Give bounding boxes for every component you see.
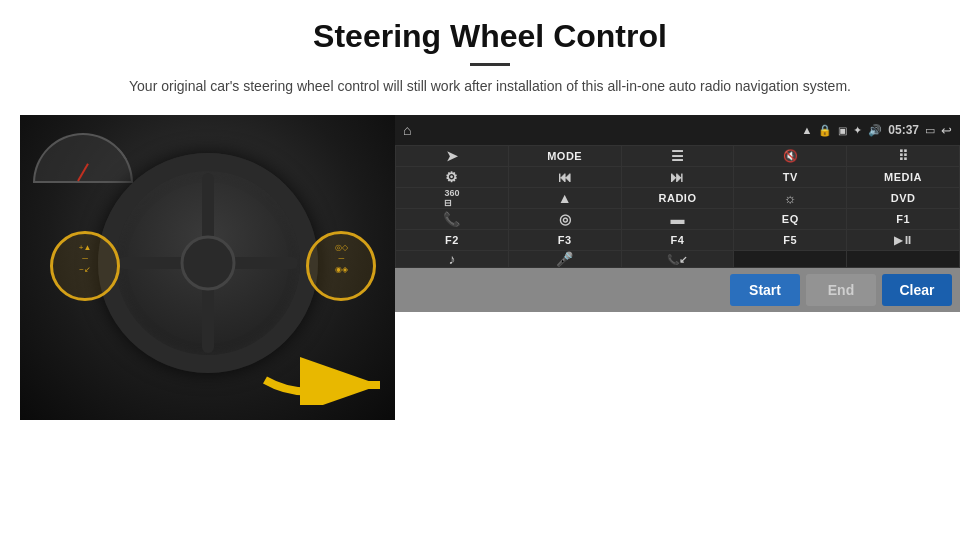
arrow-svg	[260, 350, 390, 405]
start-button[interactable]: Start	[730, 274, 800, 306]
grid-cell-compass[interactable]: ◎	[509, 209, 621, 229]
grid-cell-screen[interactable]: ▬	[622, 209, 734, 229]
f2-label: F2	[445, 234, 459, 246]
list-icon: ☰	[671, 148, 684, 164]
grid-cell-mute[interactable]: 🔇	[734, 146, 846, 166]
right-control-circle: ◎◇─◉◈	[306, 231, 376, 301]
grid-cell-f4[interactable]: F4	[622, 230, 734, 250]
settings-icon: ⚙	[445, 169, 458, 185]
screen-rect-icon: ▬	[670, 211, 684, 227]
status-left: ⌂	[403, 122, 411, 138]
next-icon: ⏭	[670, 169, 684, 185]
grid-cell-f1[interactable]: F1	[847, 209, 959, 229]
wifi-icon: ▲	[801, 124, 812, 136]
grid-cell-eject[interactable]: ▲	[509, 188, 621, 208]
page-container: Steering Wheel Control Your original car…	[0, 0, 980, 544]
content-area: +▲─−↙ ◎◇─◉◈	[0, 105, 980, 544]
grid-cell-prev[interactable]: ⏮	[509, 167, 621, 187]
f5-label: F5	[783, 234, 797, 246]
status-right: ▲ 🔒 ▣ ✦ 🔊 05:37 ▭ ↩	[801, 123, 952, 138]
back-icon[interactable]: ↩	[941, 123, 952, 138]
grid-cell-mic[interactable]: 🎤	[509, 251, 621, 267]
home-icon[interactable]: ⌂	[403, 122, 411, 138]
phone-icon: 📞	[443, 211, 460, 227]
android-panel: ⌂ ▲ 🔒 ▣ ✦ 🔊 05:37 ▭ ↩ ➤	[395, 115, 960, 312]
grid-cell-settings[interactable]: ⚙	[396, 167, 508, 187]
grid-cell-playpause[interactable]: ▶⏸	[847, 230, 959, 250]
tv-label: TV	[783, 171, 798, 183]
grid-cell-radio[interactable]: RADIO	[622, 188, 734, 208]
page-subtitle: Your original car's steering wheel contr…	[90, 76, 890, 97]
grid-cell-nav[interactable]: ➤	[396, 146, 508, 166]
screen-icon: ▭	[925, 124, 935, 137]
grid-cell-dvd[interactable]: DVD	[847, 188, 959, 208]
android-status-bar: ⌂ ▲ 🔒 ▣ ✦ 🔊 05:37 ▭ ↩	[395, 115, 960, 145]
end-button[interactable]: End	[806, 274, 876, 306]
grid-cell-f3[interactable]: F3	[509, 230, 621, 250]
brightness-icon: ☼	[784, 190, 797, 206]
grid-cell-call[interactable]: 📞↙	[622, 251, 734, 267]
nav-icon: ➤	[446, 148, 458, 164]
vol-icon: 🔊	[868, 124, 882, 137]
f4-label: F4	[671, 234, 685, 246]
left-control-circle: +▲─−↙	[50, 231, 120, 301]
title-divider	[470, 63, 510, 66]
mute-icon: 🔇	[783, 149, 798, 163]
grid-cell-apps[interactable]: ⠿	[847, 146, 959, 166]
compass-icon: ◎	[559, 211, 571, 227]
media-label: MEDIA	[884, 171, 922, 183]
mode-label: MODE	[547, 150, 582, 162]
grid-cell-next[interactable]: ⏭	[622, 167, 734, 187]
grid-cell-brightness[interactable]: ☼	[734, 188, 846, 208]
f1-label: F1	[896, 213, 910, 225]
grid-cell-empty2	[847, 251, 959, 267]
grid-cell-eq[interactable]: EQ	[734, 209, 846, 229]
eject-icon: ▲	[558, 190, 572, 206]
page-title: Steering Wheel Control	[60, 18, 920, 55]
android-grid: ➤ MODE ☰ 🔇 ⠿ ⚙ ⏮	[395, 145, 960, 268]
lock-icon: 🔒	[818, 124, 832, 137]
grid-cell-f5[interactable]: F5	[734, 230, 846, 250]
grid-cell-360[interactable]: 360⊟	[396, 188, 508, 208]
status-time: 05:37	[888, 123, 919, 137]
radio-label: RADIO	[659, 192, 697, 204]
bottom-bar: Start End Clear	[395, 268, 960, 312]
prev-icon: ⏮	[558, 169, 572, 185]
grid-cell-mode[interactable]: MODE	[509, 146, 621, 166]
apps-icon: ⠿	[898, 148, 908, 164]
eq-label: EQ	[782, 213, 799, 225]
grid-cell-tv[interactable]: TV	[734, 167, 846, 187]
mic-icon: 🎤	[556, 251, 573, 267]
grid-cell-phone[interactable]: 📞	[396, 209, 508, 229]
play-pause-icon: ▶⏸	[894, 234, 913, 247]
dvd-label: DVD	[891, 192, 916, 204]
header-section: Steering Wheel Control Your original car…	[0, 0, 980, 105]
grid-cell-music[interactable]: ♪	[396, 251, 508, 267]
grid-cell-empty1	[734, 251, 846, 267]
call-icon: 📞↙	[667, 254, 687, 265]
grid-cell-media[interactable]: MEDIA	[847, 167, 959, 187]
f3-label: F3	[558, 234, 572, 246]
grid-cell-f2[interactable]: F2	[396, 230, 508, 250]
clear-button[interactable]: Clear	[882, 274, 952, 306]
steering-wheel-image: +▲─−↙ ◎◇─◉◈	[20, 115, 395, 420]
bt-icon: ✦	[853, 124, 862, 137]
grid-cell-list[interactable]: ☰	[622, 146, 734, 166]
music-icon: ♪	[448, 251, 455, 267]
sd-icon: ▣	[838, 125, 847, 136]
360-icon: 360⊟	[444, 188, 459, 208]
